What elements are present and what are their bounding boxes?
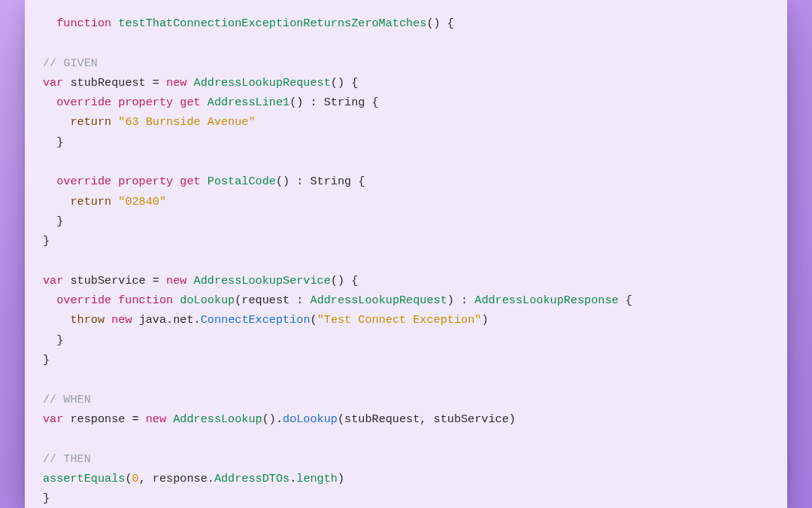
punct: () {: [426, 17, 453, 30]
punct: () : String {: [276, 175, 365, 188]
string-literal: "63 Burnside Avenue": [118, 115, 255, 129]
code-block: function testThatConnectionExceptionRetu…: [43, 14, 769, 508]
code-card: function testThatConnectionExceptionRetu…: [25, 0, 787, 508]
exception-type: ConnectException: [201, 313, 311, 327]
param-name: request: [241, 294, 289, 307]
keyword-throw: throw: [70, 313, 105, 327]
method-name: doLookup: [180, 294, 235, 307]
punct: (: [235, 294, 241, 307]
punct: :: [289, 294, 310, 307]
indent: [43, 175, 56, 188]
string-literal: "02840": [118, 195, 166, 208]
variable: stubService: [70, 274, 145, 287]
method-call: doLookup: [283, 412, 338, 426]
variable: response: [70, 412, 125, 426]
keyword-new: new: [111, 313, 132, 327]
keyword-override: override property get: [56, 175, 200, 188]
indent: [43, 96, 56, 109]
indent: [43, 294, 56, 307]
keyword-return: return: [70, 195, 111, 208]
keyword-var: var: [43, 412, 63, 426]
punct: ): [481, 313, 488, 327]
punct: , response.: [139, 472, 214, 485]
punct: ().: [262, 412, 283, 426]
punct: =: [146, 76, 166, 90]
punct: (: [311, 313, 317, 327]
number-literal: 0: [132, 472, 139, 485]
indent: [43, 115, 70, 129]
namespace: java: [139, 313, 166, 327]
return-type: AddressLookupResponse: [474, 294, 618, 307]
close-brace: }: [43, 135, 63, 149]
param-type: AddressLookupRequest: [311, 294, 447, 307]
close-brace: }: [43, 491, 50, 505]
punct: ) :: [447, 294, 474, 307]
punct: ): [338, 472, 344, 485]
punct: .: [289, 472, 296, 485]
keyword-function: function: [56, 17, 111, 30]
punct: .: [194, 313, 201, 327]
close-brace: }: [43, 214, 63, 228]
keyword-return: return: [70, 115, 111, 129]
property: length: [296, 472, 338, 485]
keyword-new: new: [166, 274, 186, 287]
keyword-override-fn: override function: [56, 294, 173, 307]
type-name: AddressLookupService: [194, 274, 331, 287]
args: (stubRequest, stubService): [338, 412, 516, 426]
close-brace: }: [43, 353, 50, 367]
string-literal: "Test Connect Exception": [317, 313, 482, 327]
keyword-var: var: [43, 76, 63, 90]
punct: {: [619, 294, 632, 307]
punct: () {: [331, 76, 358, 90]
type-name: AddressLookup: [173, 412, 262, 426]
keyword-var: var: [43, 274, 63, 287]
indent: [43, 313, 70, 327]
comment-then: // THEN: [43, 452, 91, 466]
keyword-new: new: [166, 76, 186, 90]
indent: [43, 195, 70, 208]
variable: stubRequest: [70, 76, 145, 90]
punct: =: [146, 274, 166, 287]
function-name: testThatConnectionExceptionReturnsZeroMa…: [118, 17, 426, 30]
keyword-override: override property get: [56, 96, 200, 109]
keyword-new: new: [146, 412, 166, 426]
property-name: PostalCode: [208, 175, 276, 188]
type-name: AddressLookupRequest: [194, 76, 331, 90]
punct: () : String {: [289, 96, 378, 109]
comment-when: // WHEN: [43, 393, 91, 406]
property: AddressDTOs: [214, 472, 289, 485]
comment-given: // GIVEN: [43, 56, 98, 70]
property-name: AddressLine1: [208, 96, 289, 109]
punct: () {: [331, 274, 358, 287]
punct: .: [166, 313, 173, 327]
namespace: net: [173, 313, 193, 327]
punct: =: [125, 412, 145, 426]
close-brace: }: [43, 333, 63, 347]
punct: (: [125, 472, 132, 485]
close-brace: }: [43, 234, 50, 248]
assert-call: assertEquals: [43, 472, 125, 485]
